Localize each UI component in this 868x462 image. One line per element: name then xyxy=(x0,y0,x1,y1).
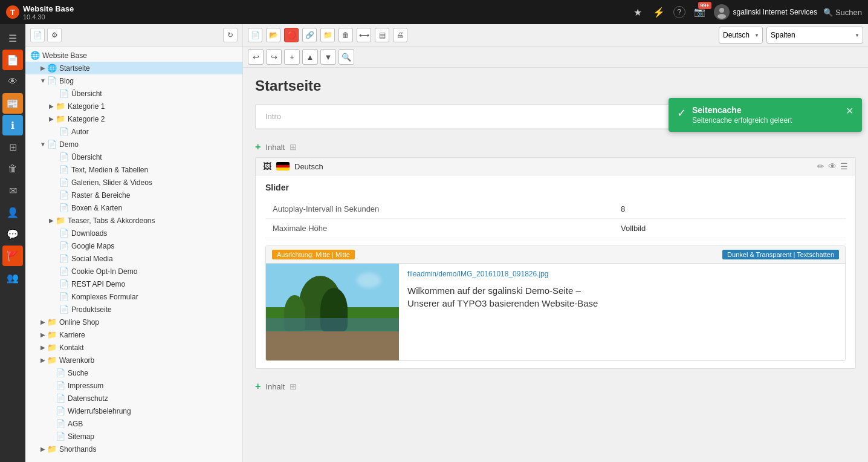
sidebar-item-chat[interactable]: 💬 xyxy=(2,224,23,244)
sidebar-item-user[interactable]: 👤 xyxy=(2,202,23,223)
sidebar-item-delete[interactable]: 🗑 xyxy=(2,158,23,179)
style-badge: Dunkel & Transparent | Textschatten xyxy=(722,250,839,259)
tree-item-kontakt[interactable]: ▶ 📁 Kontakt xyxy=(25,341,242,354)
page-print-btn[interactable]: 🖨 xyxy=(393,28,407,42)
tree-item-teaser[interactable]: ▶ 📁 Teaser, Tabs & Akkordeons xyxy=(25,214,242,227)
sidebar-item-table[interactable]: ⊞ xyxy=(2,137,23,157)
tree-item-impressum[interactable]: 📄 Impressum xyxy=(25,379,242,392)
search-content-btn[interactable]: 🔍 xyxy=(338,49,354,65)
tree-item-kategorie1[interactable]: ▶ 📁 Kategorie 1 xyxy=(25,100,242,112)
sidebar-item-mail[interactable]: ✉ xyxy=(2,180,23,201)
page-edit-btn[interactable]: 🔴 xyxy=(284,28,299,42)
sidebar-item-info[interactable]: ℹ xyxy=(2,115,23,135)
add-content-row-bottom[interactable]: + Inhalt ⊞ xyxy=(255,376,856,397)
bolt-icon[interactable]: ⚡ xyxy=(650,4,667,21)
kat2-label: Kategorie 2 xyxy=(68,115,105,123)
tree-filter-btn[interactable]: ⚙ xyxy=(47,28,62,42)
add-content-plus: + xyxy=(255,142,261,152)
tree-item-agb[interactable]: 📄 AGB xyxy=(25,417,242,430)
tree-item-komplexes[interactable]: 📄 Komplexes Formular xyxy=(25,290,242,303)
tree-refresh-btn[interactable]: ↻ xyxy=(223,28,238,42)
notif-close-btn[interactable]: ✕ xyxy=(846,105,853,117)
help-icon[interactable]: ? xyxy=(673,6,685,18)
tree-item-uebersicht[interactable]: 📄 Übersicht xyxy=(25,87,242,100)
tree-item-galerien[interactable]: 📄 Galerien, Slider & Videos xyxy=(25,176,242,189)
tree-item-suche[interactable]: 📄 Suche xyxy=(25,366,242,379)
uebersicht-label: Übersicht xyxy=(71,89,102,98)
move-down-btn[interactable]: ▼ xyxy=(320,49,336,65)
svg-text:T: T xyxy=(10,8,15,17)
svg-point-3 xyxy=(719,8,724,13)
tree-item-social-media[interactable]: 📄 Social Media xyxy=(25,252,242,265)
tree-item-rest-api[interactable]: 📄 REST API Demo xyxy=(25,278,242,290)
elem-more-btn[interactable]: ☰ xyxy=(840,161,848,171)
page-upload-btn[interactable]: 📂 xyxy=(266,28,280,42)
startseite-label: Startseite xyxy=(59,64,90,73)
sidebar-item-pages[interactable]: ☰ xyxy=(2,28,23,48)
tree-item-sitemap[interactable]: 📄 Sitemap xyxy=(25,430,242,443)
move-up-btn[interactable]: ▲ xyxy=(302,49,318,65)
tree-item-shorthands[interactable]: ▶ 📁 Shorthands xyxy=(25,443,242,455)
elem-hide-btn[interactable]: 👁 xyxy=(828,161,837,171)
tree-item-datenschutz[interactable]: 📄 Datenschutz xyxy=(25,392,242,405)
tree-toolbar: 📄 ⚙ ↻ xyxy=(25,24,242,47)
page-grid-btn[interactable]: ▤ xyxy=(375,28,389,42)
slider-text-line2: Unserer auf TYPO3 basierenden Website-Ba… xyxy=(407,298,598,308)
sidebar-item-users[interactable]: 👥 xyxy=(2,267,23,288)
tree-item-boxen[interactable]: 📄 Boxen & Karten xyxy=(25,201,242,214)
sidebar-item-news[interactable]: 📰 xyxy=(2,93,23,114)
tree-item-produktseite[interactable]: 📄 Produktseite xyxy=(25,303,242,316)
flag-de xyxy=(276,162,290,171)
tree-item-root[interactable]: 🌐 Website Base xyxy=(25,49,242,62)
page-folder-btn[interactable]: 📁 xyxy=(320,28,335,42)
sidebar-item-flag[interactable]: 🚩 xyxy=(2,246,23,266)
user-menu[interactable]: sgalinski Internet Services xyxy=(714,4,817,20)
tree-item-demo-uebersicht[interactable]: 📄 Übersicht xyxy=(25,151,242,163)
tree-item-widerrufsbelehrung[interactable]: 📄 Widerrufsbelehrung xyxy=(25,405,242,417)
search-button[interactable]: 🔍 Suchen xyxy=(823,8,862,17)
slider-filepath[interactable]: fileadmin/demo/IMG_20161018_091826.jpg xyxy=(407,270,837,278)
content-element-actions: ✏ 👁 ☰ xyxy=(817,161,848,171)
redo-btn[interactable]: ↪ xyxy=(266,49,282,65)
tree-item-cookie-opt-in[interactable]: 📄 Cookie Opt-In Demo xyxy=(25,265,242,278)
tree-item-kategorie2[interactable]: ▶ 📁 Kategorie 2 xyxy=(25,112,242,125)
tree-item-downloads[interactable]: 📄 Downloads xyxy=(25,227,242,239)
tree-item-online-shop[interactable]: ▶ 📁 Online Shop xyxy=(25,316,242,328)
tree-item-autor[interactable]: 📄 Autor xyxy=(25,125,242,138)
columns-select[interactable]: Spalten 1 Spalte 2 Spalten xyxy=(766,27,863,44)
language-select-wrap[interactable]: Deutsch English xyxy=(719,27,763,44)
add-btn[interactable]: + xyxy=(284,49,300,65)
tree-item-karriere[interactable]: ▶ 📁 Karriere xyxy=(25,328,242,341)
star-icon[interactable]: ★ xyxy=(631,4,644,21)
tree-item-demo[interactable]: ▼ 📄 Demo xyxy=(25,138,242,151)
tree-item-warenkorb[interactable]: ▶ 📁 Warenkorb xyxy=(25,354,242,366)
page-cut-btn[interactable]: ⟷ xyxy=(357,28,371,42)
user-name: sgalinski Internet Services xyxy=(733,8,817,16)
columns-select-wrap[interactable]: Spalten 1 Spalte 2 Spalten xyxy=(766,27,863,44)
tree-item-blog[interactable]: ▼ 📄 Blog xyxy=(25,74,242,87)
page-link-btn[interactable]: 🔗 xyxy=(302,28,317,42)
page-new-btn[interactable]: 📄 xyxy=(248,28,262,42)
app-name: Website Base xyxy=(23,4,74,13)
notif-check-icon: ✓ xyxy=(677,106,686,120)
page-delete-btn[interactable]: 🗑 xyxy=(338,28,353,42)
add-content-row[interactable]: + Inhalt ⊞ xyxy=(255,137,856,157)
tree-item-google-maps[interactable]: 📄 Google Maps xyxy=(25,239,242,252)
language-select[interactable]: Deutsch English xyxy=(719,27,763,44)
toggle-kat2: ▶ xyxy=(47,116,56,122)
tree-item-text-medien[interactable]: 📄 Text, Medien & Tabellen xyxy=(25,163,242,176)
tree-item-raster[interactable]: 📄 Raster & Bereiche xyxy=(25,189,242,201)
tree-item-startseite[interactable]: ▶ 🌐 Startseite xyxy=(25,62,242,74)
undo-btn[interactable]: ↩ xyxy=(248,49,264,65)
toggle-blog: ▼ xyxy=(39,77,47,84)
sidebar-item-view[interactable]: 👁 xyxy=(2,71,23,92)
slider-item-body: fileadmin/demo/IMG_20161018_091826.jpg W… xyxy=(266,264,845,360)
notifications-icon[interactable]: 📷 99+ xyxy=(691,4,708,20)
slider-item-header: Ausrichtung: Mitte | Mitte Dunkel & Tran… xyxy=(266,246,845,264)
sidebar-item-content[interactable]: 📄 xyxy=(2,50,23,70)
app-version: 10.4.30 xyxy=(23,13,74,21)
slider-image-area xyxy=(266,264,399,360)
add-content-layout-icon: ⊞ xyxy=(290,142,297,152)
elem-edit-btn[interactable]: ✏ xyxy=(817,161,824,171)
tree-new-page-btn[interactable]: 📄 xyxy=(30,28,45,42)
